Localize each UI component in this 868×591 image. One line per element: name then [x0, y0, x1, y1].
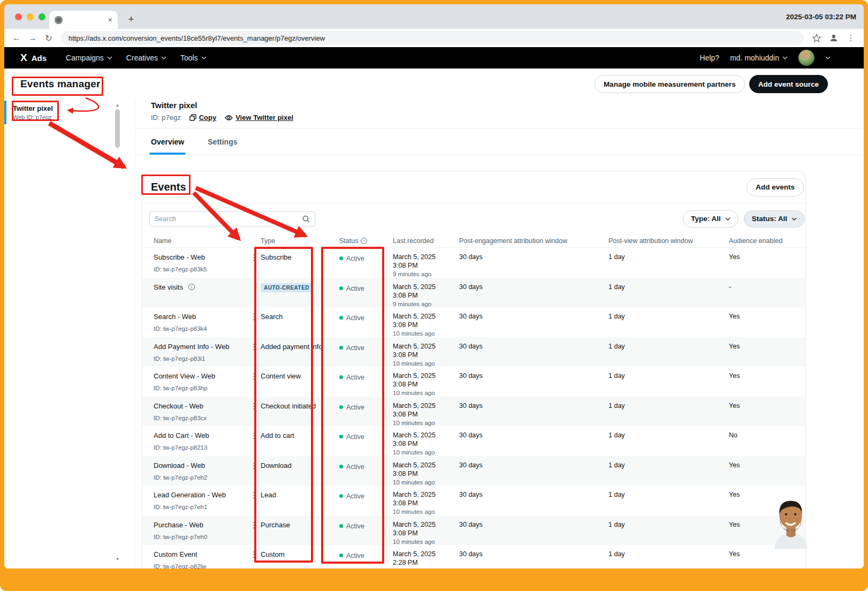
- kebab-menu-icon[interactable]: ⋮: [250, 342, 258, 351]
- scrollbar-thumb[interactable]: [115, 109, 120, 148]
- table-row[interactable]: Content View - Web ID: tw-p7egz-p83hp ⋮ …: [142, 367, 805, 397]
- copy-pixel-id-link[interactable]: Copy: [189, 113, 217, 122]
- table-row[interactable]: Custom Event ID: tw-p7egz-p82lw ⋮ Custom…: [142, 545, 805, 569]
- last-recorded-date: March 5, 2025: [393, 343, 459, 350]
- info-icon[interactable]: i: [188, 284, 195, 290]
- add-event-source-button[interactable]: Add event source: [749, 75, 828, 93]
- help-link[interactable]: Help?: [700, 54, 720, 62]
- status-text: Active: [346, 255, 364, 262]
- post-view-window: 1 day: [608, 367, 729, 397]
- scroll-up-icon[interactable]: ▲: [113, 102, 121, 108]
- browser-window: × + 2025-03-05 03:22 PM ← → ↻ https://ad…: [4, 4, 864, 569]
- minimize-window-button[interactable]: [27, 13, 34, 20]
- brand[interactable]: X Ads: [20, 52, 47, 64]
- x-logo-icon: X: [20, 52, 27, 64]
- kebab-menu-icon[interactable]: ⋮: [250, 372, 258, 381]
- browser-profile-icon[interactable]: [826, 31, 841, 45]
- browser-chrome: × + 2025-03-05 03:22 PM: [4, 4, 864, 29]
- reload-button[interactable]: ↻: [42, 31, 56, 45]
- chevron-down-icon: [782, 56, 788, 59]
- status-text: Active: [346, 344, 364, 352]
- kebab-menu-icon[interactable]: ⋮: [250, 312, 258, 321]
- table-row[interactable]: Purchase - Web ID: tw-p7egz-p7eh0 ⋮ Purc…: [142, 516, 805, 545]
- browser-menu-icon[interactable]: ⋮: [843, 31, 858, 45]
- tab-settings[interactable]: Settings: [206, 128, 239, 155]
- column-header-post-view: Post-view attribution window: [608, 237, 729, 245]
- kebab-menu-icon[interactable]: ⋮: [250, 401, 258, 411]
- status-dot-icon: [339, 554, 343, 557]
- event-id: ID: tw-p7egz-p7eh1: [154, 504, 250, 510]
- table-row[interactable]: Lead Generation - Web ID: tw-p7egz-p7eh1…: [142, 486, 805, 516]
- table-row[interactable]: Add to Cart - Web ID: tw-p7egz-p8213 ⋮ A…: [142, 426, 805, 456]
- search-input[interactable]: [155, 215, 302, 223]
- post-engagement-window: 30 days: [459, 516, 608, 545]
- last-recorded-time: 3:08 PM: [393, 499, 459, 507]
- post-engagement-window: 30 days: [459, 278, 608, 308]
- post-engagement-window: 30 days: [459, 367, 608, 397]
- status-text: Active: [346, 492, 364, 500]
- info-icon[interactable]: i: [361, 238, 367, 244]
- kebab-menu-icon[interactable]: ⋮: [250, 253, 258, 262]
- close-window-button[interactable]: [15, 13, 22, 20]
- status-dot-icon: [339, 346, 343, 350]
- manage-partners-button[interactable]: Manage mobile measurement partners: [595, 75, 745, 93]
- last-recorded-time: 3:08 PM: [393, 440, 459, 448]
- post-view-window: 1 day: [608, 397, 729, 427]
- nav-item-campaigns[interactable]: Campaigns: [66, 54, 112, 62]
- post-view-window: 1 day: [608, 248, 729, 278]
- column-header-last-recorded: Last recorded: [393, 237, 459, 245]
- kebab-menu-icon[interactable]: ⋮: [250, 520, 258, 529]
- status-dot-icon: [339, 316, 343, 320]
- type-filter-dropdown[interactable]: Type: All: [683, 210, 738, 228]
- search-box: [149, 211, 315, 226]
- last-recorded-ago: 10 minutes ago: [393, 449, 459, 456]
- chevron-down-icon: [107, 56, 112, 59]
- post-view-window: 1 day: [608, 337, 729, 367]
- user-avatar[interactable]: [798, 50, 814, 66]
- event-name: Content View - Web: [154, 372, 215, 380]
- kebab-menu-icon[interactable]: ⋮: [250, 490, 258, 499]
- sidebar-scrollbar[interactable]: ▲ ▼: [113, 102, 121, 562]
- event-type: Custom: [261, 550, 285, 558]
- maximize-window-button[interactable]: [39, 13, 45, 20]
- forward-button[interactable]: →: [26, 31, 40, 45]
- table-row[interactable]: Subscribe - Web ID: tw-p7egz-p83k5 ⋮ Sub…: [142, 248, 805, 278]
- tab-overview[interactable]: Overview: [149, 128, 186, 155]
- last-recorded-ago: 10 minutes ago: [393, 390, 459, 396]
- new-tab-button[interactable]: +: [124, 12, 138, 26]
- status-filter-dropdown[interactable]: Status: All: [744, 210, 805, 228]
- bookmark-star-icon[interactable]: [809, 31, 824, 45]
- nav-item-creatives[interactable]: Creatives: [126, 54, 166, 62]
- event-type: Purchase: [261, 521, 290, 529]
- browser-tab[interactable]: ×: [49, 11, 118, 29]
- add-events-button[interactable]: Add events: [747, 178, 804, 196]
- event-id: ID: tw-p7egz-p8213: [154, 444, 250, 451]
- table-row[interactable]: Download - Web ID: tw-p7egz-p7eh2 ⋮ Down…: [142, 456, 805, 486]
- tab-close-icon[interactable]: ×: [108, 16, 112, 24]
- last-recorded-ago: 10 minutes ago: [393, 330, 459, 337]
- nav-item-tools[interactable]: Tools: [180, 54, 207, 62]
- kebab-menu-icon[interactable]: ⋮: [250, 461, 258, 470]
- chevron-down-icon[interactable]: [825, 56, 831, 59]
- last-recorded-time: 3:08 PM: [393, 470, 459, 478]
- account-menu[interactable]: md. mohiuddin: [730, 54, 788, 62]
- last-recorded-date: March 5, 2025: [393, 491, 459, 498]
- system-datetime: 2025-03-05 03:22 PM: [786, 4, 856, 29]
- address-bar[interactable]: https://ads.x.com/conversion_events/18ce…: [61, 31, 804, 45]
- back-button[interactable]: ←: [10, 31, 24, 45]
- table-row[interactable]: Site visits i AUTO-CREATED Active March …: [142, 278, 805, 308]
- last-recorded-date: March 5, 2025: [393, 550, 459, 558]
- account-name: md. mohiuddin: [730, 54, 779, 62]
- last-recorded-time: 2:28 PM: [393, 559, 459, 566]
- last-recorded-date: March 5, 2025: [393, 253, 459, 261]
- table-row[interactable]: Add Payment Info - Web ID: tw-p7egz-p83i…: [142, 337, 805, 367]
- table-row[interactable]: Checkout - Web ID: tw-p7egz-p83cx ⋮ Chec…: [142, 397, 805, 427]
- kebab-menu-icon[interactable]: ⋮: [250, 431, 258, 440]
- kebab-menu-icon[interactable]: ⋮: [250, 550, 258, 559]
- nav-item-label: Creatives: [126, 54, 158, 62]
- view-twitter-pixel-link[interactable]: View Twitter pixel: [225, 113, 293, 122]
- table-row[interactable]: Search - Web ID: tw-p7egz-p83k4 ⋮ Search…: [142, 307, 805, 337]
- last-recorded-time: 3:08 PM: [393, 351, 459, 359]
- scroll-down-icon[interactable]: ▼: [113, 556, 121, 562]
- post-engagement-window: 30 days: [459, 337, 608, 367]
